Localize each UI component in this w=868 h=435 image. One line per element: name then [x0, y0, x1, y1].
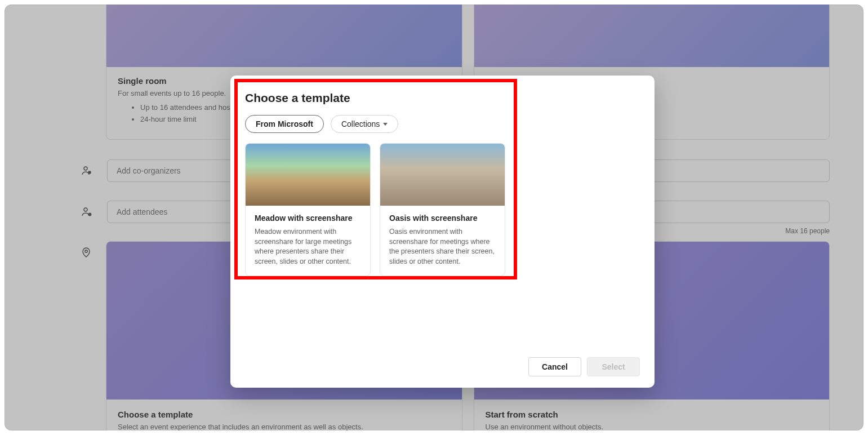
chevron-down-icon [383, 123, 388, 126]
template-oasis-desc: Oasis environment with screenshare for m… [389, 227, 496, 267]
template-oasis-image [380, 144, 505, 206]
template-meadow-desc: Meadow environment with screenshare for … [255, 227, 361, 267]
template-oasis-title: Oasis with screenshare [389, 214, 496, 223]
cancel-button-label: Cancel [542, 362, 568, 371]
tab-collections-label: Collections [341, 119, 380, 128]
select-button-label: Select [602, 362, 625, 371]
template-meadow-title: Meadow with screenshare [255, 214, 361, 223]
choose-template-modal: Choose a template From Microsoft Collect… [230, 76, 655, 388]
template-oasis[interactable]: Oasis with screenshare Oasis environment… [380, 143, 505, 276]
template-meadow[interactable]: Meadow with screenshare Meadow environme… [245, 143, 371, 276]
tab-from-microsoft-label: From Microsoft [256, 119, 313, 128]
cancel-button[interactable]: Cancel [528, 357, 581, 376]
modal-title: Choose a template [245, 91, 640, 105]
tab-from-microsoft[interactable]: From Microsoft [245, 115, 324, 133]
template-meadow-image [246, 144, 370, 206]
tab-collections[interactable]: Collections [331, 115, 398, 133]
select-button[interactable]: Select [587, 357, 640, 376]
